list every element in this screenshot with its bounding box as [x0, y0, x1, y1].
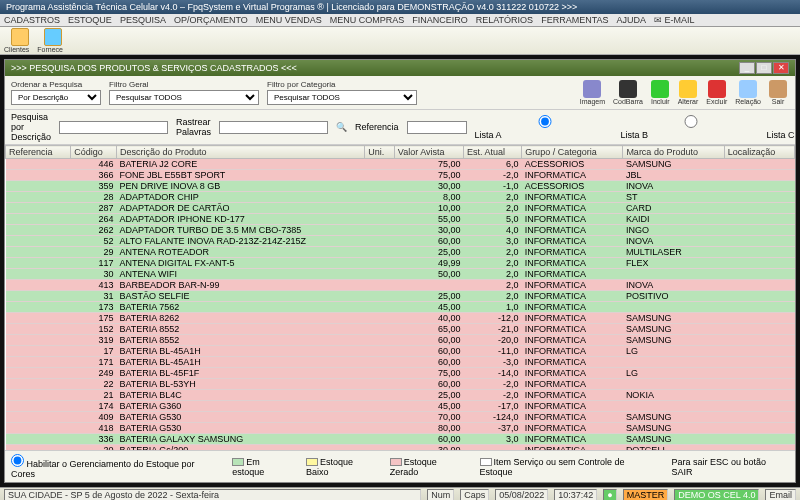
table-row[interactable]: 21BATERIA BL4C25,00-2,0INFORMATICANOKIA — [6, 390, 795, 401]
col-header[interactable]: Referencia — [6, 146, 71, 159]
fornec-label: Fornece — [37, 46, 63, 53]
menu-pesquisa[interactable]: PESQUISA — [120, 15, 166, 25]
codbarra-button[interactable]: CodBarra — [611, 80, 645, 105]
search-window: >>> PESQUISA DOS PRODUTOS & SERVIÇOS CAD… — [4, 59, 796, 483]
status-num: Num — [427, 489, 454, 500]
fornec-button[interactable] — [44, 28, 62, 46]
alterar-button[interactable]: Alterar — [676, 80, 701, 105]
workarea: >>> PESQUISA DOS PRODUTOS & SERVIÇOS CAD… — [0, 55, 800, 487]
minimize-button[interactable]: _ — [739, 62, 755, 74]
table-row[interactable]: 17BATERIA BL-45A1H60,00-11,0INFORMATICAL… — [6, 346, 795, 357]
table-row[interactable]: 152BATERIA 855265,00-21,0INFORMATICASAMS… — [6, 324, 795, 335]
imagem-button[interactable]: Imagem — [578, 80, 607, 105]
status-conn-icon: ● — [603, 489, 616, 500]
table-row[interactable]: 287ADAPTADOR DE CARTÃO10,002,0INFORMATIC… — [6, 203, 795, 214]
col-header[interactable]: Uni. — [365, 146, 395, 159]
legend-baixo: Estoque Baixo — [306, 457, 378, 477]
window-title: >>> PESQUISA DOS PRODUTOS & SERVIÇOS CAD… — [11, 63, 297, 73]
ordenar-label: Ordenar a Pesquisa — [11, 80, 101, 89]
excluir-button[interactable]: Excluir — [704, 80, 729, 105]
table-row[interactable]: 174BATERIA G36045,00-17,0INFORMATICA — [6, 401, 795, 412]
search-filters: Ordenar a Pesquisa Por Descrição Filtro … — [5, 76, 795, 110]
menu-email[interactable]: ✉ E-MAIL — [654, 15, 695, 25]
legend-em: Em estoque — [232, 457, 294, 477]
menu-compras[interactable]: MENU COMPRAS — [330, 15, 405, 25]
table-row[interactable]: 413BARBEADOR BAR-N-992,0INFORMATICAINOVA — [6, 280, 795, 291]
ref-input[interactable] — [407, 121, 467, 134]
habilitar-checkbox[interactable]: Habilitar o Gerenciamento do Estoque por… — [11, 454, 220, 479]
table-row[interactable]: 409BATERIA G53070,00-124,0INFORMATICASAM… — [6, 412, 795, 423]
lista-a-radio[interactable]: Lista A — [475, 115, 615, 140]
menu-cadastros[interactable]: CADASTROS — [4, 15, 60, 25]
search-inputs: Pesquisa por Descrição Rastrear Palavras… — [5, 110, 795, 145]
menu-ferramentas[interactable]: FERRAMENTAS — [541, 15, 608, 25]
col-header[interactable]: Est. Atual — [464, 146, 522, 159]
col-header[interactable]: Descrição do Produto — [116, 146, 364, 159]
legend-serv: Item Serviço ou sem Controle de Estoque — [480, 457, 660, 477]
table-row[interactable]: 366FONE JBL E55BT SPORT75,00-2,0INFORMAT… — [6, 170, 795, 181]
menu-oporc[interactable]: OP/ORÇAMENTO — [174, 15, 248, 25]
app-titlebar: Programa Assistência Técnica Celular v4.… — [0, 0, 800, 14]
table-row[interactable]: 30ANTENA WIFI50,002,0INFORMATICA — [6, 269, 795, 280]
table-row[interactable]: 418BATERIA G53080,00-37,0INFORMATICASAMS… — [6, 423, 795, 434]
table-row[interactable]: 173BATERIA 756245,001,0INFORMATICA — [6, 302, 795, 313]
legend-sair: Para sair ESC ou botão SAIR — [671, 457, 789, 477]
table-row[interactable]: 336BATERIA GALAXY SAMSUNG60,003,0INFORMA… — [6, 434, 795, 445]
status-caps: Caps — [460, 489, 489, 500]
menu-financeiro[interactable]: FINANCEIRO — [412, 15, 468, 25]
filtro-geral-label: Filtro Geral — [109, 80, 259, 89]
table-row[interactable]: 319BATERIA 855260,00-20,0INFORMATICASAMS… — [6, 335, 795, 346]
filtro-geral-select[interactable]: Pesquisar TODOS — [109, 90, 259, 105]
table-row[interactable]: 171BATERIA BL-45A1H60,00-3,0INFORMATICA — [6, 357, 795, 368]
sair-button[interactable]: Sair — [767, 80, 789, 105]
table-row[interactable]: 175BATERIA 826240,00-12,0INFORMATICASAMS… — [6, 313, 795, 324]
search-icon[interactable]: 🔍 — [336, 122, 347, 132]
table-row[interactable]: 262ADAPTADOR TURBO DE 3.5 MM CBO-738530,… — [6, 225, 795, 236]
menubar: CADASTROS ESTOQUE PESQUISA OP/ORÇAMENTO … — [0, 14, 800, 27]
app-title: Programa Assistência Técnica Celular v4.… — [6, 2, 577, 12]
window-titlebar: >>> PESQUISA DOS PRODUTOS & SERVIÇOS CAD… — [5, 60, 795, 76]
table-row[interactable]: 22BATERIA BL-53YH60,00-2,0INFORMATICA — [6, 379, 795, 390]
main-toolbar: Clientes Fornece — [0, 27, 800, 55]
relacao-button[interactable]: Relação — [733, 80, 763, 105]
col-header[interactable]: Código — [71, 146, 117, 159]
clientes-label: Clientes — [4, 46, 29, 53]
filtro-cat-select[interactable]: Pesquisar TODOS — [267, 90, 417, 105]
statusbar: SUA CIDADE - SP 5 de Agosto de 2022 - Se… — [0, 487, 800, 500]
col-header[interactable]: Grupo / Categoria — [522, 146, 623, 159]
rastrear-input[interactable] — [219, 121, 328, 134]
status-city: SUA CIDADE - SP 5 de Agosto de 2022 - Se… — [4, 489, 421, 500]
table-row[interactable]: 28ADAPTADOR CHIP8,002,0INFORMATICAST — [6, 192, 795, 203]
lista-c-radio[interactable]: Lista C — [767, 115, 800, 140]
table-row[interactable]: 52ALTO FALANTE INOVA RAD-213Z-214Z-215Z6… — [6, 236, 795, 247]
rastrear-label: Rastrear Palavras — [176, 117, 211, 137]
menu-estoque[interactable]: ESTOQUE — [68, 15, 112, 25]
table-row[interactable]: 117ANTENA DIGITAL FX-ANT-549,992,0INFORM… — [6, 258, 795, 269]
legend-zero: Estoque Zerado — [390, 457, 468, 477]
close-button[interactable]: ✕ — [773, 62, 789, 74]
table-row[interactable]: 29ANTENA ROTEADOR25,002,0INFORMATICAMULT… — [6, 247, 795, 258]
table-row[interactable]: 264ADAPTADOR IPHONE KD-17755,005,0INFORM… — [6, 214, 795, 225]
ref-label: Referencia — [355, 122, 399, 132]
clientes-button[interactable] — [11, 28, 29, 46]
pesq-desc-label: Pesquisa por Descrição — [11, 112, 51, 142]
menu-vendas[interactable]: MENU VENDAS — [256, 15, 322, 25]
col-header[interactable]: Localização — [724, 146, 794, 159]
status-user: MASTER — [623, 489, 669, 500]
maximize-button[interactable]: □ — [756, 62, 772, 74]
col-header[interactable]: Valor Avista — [394, 146, 463, 159]
status-demo: DEMO OS CEL 4.0 — [674, 489, 759, 500]
table-row[interactable]: 446BATERIA J2 CORE75,006,0ACESSORIOSSAMS… — [6, 159, 795, 170]
table-row[interactable]: 359PEN DRIVE INOVA 8 GB30,00-1,0ACESSORI… — [6, 181, 795, 192]
col-header[interactable]: Marca do Produto — [623, 146, 724, 159]
pesq-desc-input[interactable] — [59, 121, 168, 134]
menu-ajuda[interactable]: AJUDA — [616, 15, 646, 25]
product-grid[interactable]: ReferenciaCódigoDescrição do ProdutoUni.… — [5, 145, 795, 450]
table-row[interactable]: 249BATERIA BL-45F1F75,00-14,0INFORMATICA… — [6, 368, 795, 379]
status-date: 05/08/2022 — [495, 489, 548, 500]
lista-b-radio[interactable]: Lista B — [621, 115, 761, 140]
table-row[interactable]: 31BASTÃO SELFIE25,002,0INFORMATICAPOSITI… — [6, 291, 795, 302]
menu-relatorios[interactable]: RELATÓRIOS — [476, 15, 533, 25]
ordenar-select[interactable]: Por Descrição — [11, 90, 101, 105]
incluir-button[interactable]: Incluir — [649, 80, 672, 105]
